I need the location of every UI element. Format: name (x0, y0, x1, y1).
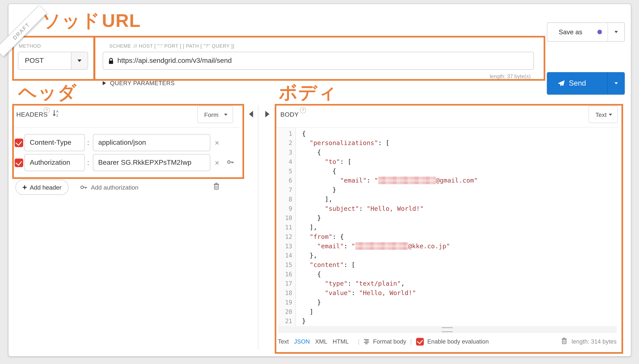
chevron-down-icon (224, 114, 227, 116)
trash-icon[interactable] (213, 182, 220, 192)
format-body-icon (364, 339, 370, 344)
method-label: METHOD (19, 43, 41, 49)
paper-plane-icon (558, 80, 565, 87)
json-punctuation: : (367, 177, 374, 184)
json-punctuation: : (348, 280, 355, 288)
json-punctuation: { (302, 149, 321, 156)
add-authorization-label: Add authorization (91, 184, 138, 191)
header-row-2-value-input[interactable] (93, 154, 210, 171)
expand-right-icon[interactable] (265, 111, 270, 117)
collapse-left-icon[interactable] (249, 111, 253, 117)
toolbar-divider: | (410, 338, 412, 345)
plus-icon: + (22, 183, 27, 192)
body-code[interactable]: { "personalizations": [ { "to": [ { "ema… (296, 128, 617, 326)
line-number: 7 (278, 186, 292, 195)
code-line-17: "type": "text/plain", (302, 279, 616, 288)
code-line-16: { (302, 270, 616, 279)
query-parameters-toggle[interactable]: QUERY PARAMETERS (103, 80, 175, 86)
json-punctuation (302, 205, 325, 212)
header-row-1-value-input[interactable] (93, 134, 210, 151)
line-number: 1 (278, 129, 292, 138)
format-tab-json[interactable]: JSON (294, 338, 310, 345)
add-header-label: Add header (30, 184, 62, 191)
json-string: "to" (325, 158, 340, 166)
json-punctuation: } (302, 214, 321, 222)
line-number: 14 (278, 251, 292, 260)
body-view-mode-value: Text (595, 111, 606, 118)
body-gutter: 123456789101112131415161718192021 (278, 128, 296, 326)
add-authorization-button[interactable]: Add authorization (80, 184, 138, 191)
format-tab-html[interactable]: HTML (332, 338, 348, 345)
line-number: 6 (278, 176, 292, 186)
json-punctuation: } (302, 299, 321, 306)
send-button[interactable]: Send (547, 72, 625, 94)
send-label: Send (569, 79, 586, 88)
url-input-value: https://api.sendgrid.com/v3/mail/send (117, 56, 232, 65)
method-select[interactable]: POST (18, 52, 88, 70)
enable-body-evaluation-label: Enable body evaluation (427, 338, 489, 345)
json-string: "personalizations" (310, 140, 378, 147)
header-row-2-remove-icon[interactable]: × (215, 159, 219, 167)
url-scheme-label: SCHEME :// HOST [ ":" PORT ] [ PATH [ "?… (109, 43, 234, 49)
json-punctuation (302, 177, 340, 184)
svg-text:Z: Z (56, 114, 58, 117)
header-row-1-name-input[interactable] (24, 134, 85, 151)
json-punctuation: ] (302, 308, 314, 316)
url-input[interactable]: https://api.sendgrid.com/v3/mail/send (103, 52, 534, 70)
svg-text:A: A (56, 110, 58, 113)
json-punctuation: : (359, 205, 367, 212)
json-punctuation: , (401, 280, 405, 288)
json-string: "type" (325, 280, 348, 288)
key-icon[interactable] (227, 158, 234, 168)
format-body-button[interactable]: Format body (364, 338, 406, 345)
line-number: 3 (278, 148, 292, 157)
json-string: "Hello, World!" (367, 205, 424, 212)
header-row-1-remove-icon[interactable]: × (215, 139, 219, 147)
enable-body-evaluation-toggle[interactable]: Enable body evaluation (416, 338, 489, 346)
save-as-button[interactable]: Save as (547, 22, 625, 42)
json-punctuation (302, 280, 325, 288)
chevron-down-icon (614, 31, 618, 33)
code-line-20: ] (302, 307, 616, 317)
enable-body-evaluation-checkbox[interactable] (416, 338, 424, 346)
json-punctuation (302, 233, 310, 240)
method-select-arrow[interactable] (71, 52, 88, 69)
format-tab-text[interactable]: Text (278, 338, 289, 345)
json-punctuation: { (302, 168, 336, 175)
line-number: 4 (278, 157, 292, 167)
json-string: "email" (340, 177, 367, 184)
json-punctuation: : [ (378, 140, 390, 147)
json-punctuation: : [ (344, 261, 355, 268)
line-number: 19 (278, 298, 292, 308)
body-length-text: length: 314 bytes (572, 338, 617, 345)
json-punctuation: }, (302, 252, 317, 259)
line-number: 15 (278, 260, 292, 270)
send-menu-button[interactable] (608, 82, 625, 84)
help-icon[interactable]: ? (300, 107, 306, 114)
sort-az-icon[interactable]: AZ (52, 109, 60, 119)
body-view-mode-select[interactable]: Text (588, 106, 618, 123)
toolbar-divider: | (358, 338, 360, 345)
line-number: 10 (278, 214, 292, 223)
body-resize-handle[interactable] (278, 326, 617, 333)
format-tab-xml[interactable]: XML (315, 338, 327, 345)
body-panel-title: BODY (280, 111, 299, 118)
header-row-1-checkbox[interactable] (15, 138, 23, 147)
header-row-2-checkbox[interactable] (15, 158, 23, 167)
headers-separator (14, 127, 239, 128)
help-icon[interactable]: ? (44, 107, 50, 114)
trash-icon[interactable] (560, 337, 568, 346)
json-string: @gmail.com" (436, 177, 478, 184)
panel-divider[interactable] (258, 105, 258, 350)
code-line-7: } (302, 186, 616, 195)
headers-view-mode-select[interactable]: Form (197, 106, 233, 123)
json-string: "content" (310, 261, 344, 268)
json-string: "from" (310, 233, 332, 240)
add-header-button[interactable]: + Add header (16, 180, 68, 195)
save-as-menu-button[interactable] (608, 31, 624, 33)
json-punctuation: { (302, 130, 306, 137)
headers-panel-title: HEADERS (16, 111, 48, 118)
code-line-4: "to": [ (302, 157, 616, 167)
code-line-21: } (302, 317, 616, 326)
header-row-2-name-input[interactable] (24, 154, 85, 171)
